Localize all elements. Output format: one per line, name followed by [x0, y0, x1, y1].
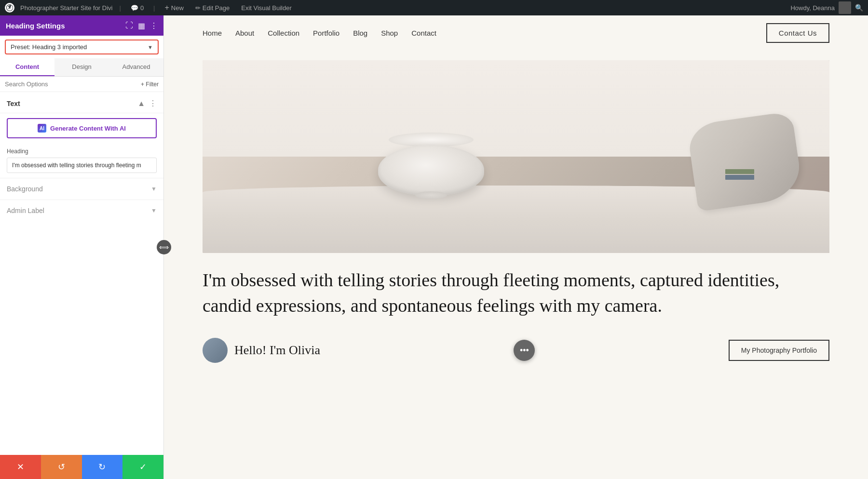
tabs-row: Content Design Advanced	[0, 58, 163, 77]
bottom-preview: Hello! I'm Olivia ••• My Photography Por…	[203, 338, 829, 363]
admin-label-title: Admin Label	[7, 207, 44, 214]
nav-shop[interactable]: Shop	[381, 29, 398, 37]
undo-button[interactable]: ↺	[41, 455, 82, 479]
comments-button[interactable]: 💬 0	[128, 3, 147, 13]
cancel-icon: ✕	[17, 462, 24, 472]
search-icon[interactable]: 🔍	[855, 4, 863, 12]
text-section-header: Text ▲ ⋮	[0, 92, 163, 113]
fullscreen-icon[interactable]: ⛶	[125, 21, 133, 30]
author-name: Hello! I'm Olivia	[234, 343, 320, 358]
author-avatar	[203, 338, 228, 363]
generate-btn-label: Generate Content With AI	[50, 125, 126, 132]
collapse-icon[interactable]: ▲	[137, 99, 145, 108]
book-1	[725, 169, 754, 174]
comment-icon: 💬	[131, 4, 138, 12]
nav-blog[interactable]: Blog	[353, 29, 367, 37]
tab-advanced[interactable]: Advanced	[109, 58, 163, 76]
hero-heading-text: I'm obsessed with telling stories throug…	[203, 267, 829, 319]
cancel-button[interactable]: ✕	[0, 455, 41, 479]
hero-image-container	[203, 60, 829, 253]
tab-content[interactable]: Content	[0, 58, 54, 76]
save-icon: ✓	[139, 462, 147, 472]
admin-label-chevron-icon: ▼	[151, 207, 157, 214]
heading-field-label: Heading	[7, 148, 157, 155]
bowl-body	[378, 145, 484, 195]
nav-portfolio[interactable]: Portfolio	[313, 29, 339, 37]
sidebar: Heading Settings ⛶ ▦ ⋮ Preset: Heading 3…	[0, 15, 164, 479]
howdy-text: Howdy, Deanna	[790, 4, 835, 12]
admin-label-section: Admin Label ▼	[0, 200, 163, 221]
preset-chevron-icon: ▼	[148, 44, 153, 50]
resize-handle[interactable]: ⟺	[157, 240, 171, 254]
nav-about[interactable]: About	[235, 29, 254, 37]
save-button[interactable]: ✓	[122, 455, 163, 479]
background-section: Background ▼	[0, 178, 163, 200]
books-element	[725, 169, 754, 180]
panel-header-icons: ⛶ ▦ ⋮	[125, 21, 158, 30]
bottom-bar: ✕ ↺ ↻ ✓	[0, 455, 163, 479]
comment-count: 0	[140, 4, 144, 12]
panel-header: Heading Settings ⛶ ▦ ⋮	[0, 15, 163, 36]
filter-button[interactable]: + Filter	[141, 81, 159, 88]
text-section-icons[interactable]: ▲ ⋮	[137, 99, 157, 108]
panel-title: Heading Settings	[6, 22, 65, 30]
fab-icon: •••	[520, 346, 529, 356]
more-icon[interactable]: ⋮	[150, 21, 158, 30]
nav-collection[interactable]: Collection	[268, 29, 299, 37]
site-nav: Home About Collection Portfolio Blog Sho…	[164, 15, 868, 51]
user-avatar[interactable]	[839, 1, 851, 14]
exit-builder-button[interactable]: Exit Visual Builder	[238, 3, 295, 13]
main-area: Heading Settings ⛶ ▦ ⋮ Preset: Heading 3…	[0, 15, 868, 479]
hero-image-inner	[203, 60, 829, 253]
search-row: + Filter	[0, 77, 163, 92]
new-button[interactable]: + New	[162, 2, 187, 13]
background-chevron-icon: ▼	[151, 186, 157, 192]
content-area: Home About Collection Portfolio Blog Sho…	[164, 15, 868, 479]
redo-button[interactable]: ↻	[82, 455, 123, 479]
sidebar-inner: Preset: Heading 3 imported ▼ Content Des…	[0, 36, 163, 455]
heading-input[interactable]	[7, 158, 157, 173]
search-options-input[interactable]	[5, 80, 137, 88]
heading-field-group: Heading	[0, 143, 163, 178]
nav-contact[interactable]: Contact	[411, 29, 436, 37]
admin-right: Howdy, Deanna 🔍	[790, 1, 863, 14]
bowl-element	[378, 133, 484, 195]
preset-label: Preset: Heading 3 imported	[11, 43, 87, 51]
ai-icon: AI	[38, 124, 46, 133]
generate-content-button[interactable]: AI Generate Content With AI	[7, 118, 157, 138]
nav-home[interactable]: Home	[203, 29, 222, 37]
edit-page-button[interactable]: ✏ Edit Page	[192, 3, 232, 13]
text-section-title: Text	[7, 100, 20, 107]
book-2	[725, 175, 754, 180]
columns-icon[interactable]: ▦	[138, 21, 145, 30]
redo-icon: ↻	[98, 462, 106, 472]
section-menu-icon[interactable]: ⋮	[149, 99, 157, 108]
background-title: Background	[7, 185, 43, 193]
admin-label-header[interactable]: Admin Label ▼	[0, 200, 163, 221]
wordpress-logo[interactable]	[5, 3, 14, 13]
hero-heading: I'm obsessed with telling stories throug…	[203, 267, 829, 319]
tab-design[interactable]: Design	[54, 58, 109, 76]
contact-us-button[interactable]: Contact Us	[766, 23, 829, 43]
site-name: Photographer Starter Site for Divi	[20, 4, 112, 12]
hero-image	[203, 60, 829, 253]
bowl-base	[415, 191, 447, 199]
nav-links: Home About Collection Portfolio Blog Sho…	[203, 29, 436, 37]
portfolio-button[interactable]: My Photography Portfolio	[729, 340, 829, 361]
admin-bar: Photographer Starter Site for Divi | 💬 0…	[0, 0, 868, 15]
fab-button[interactable]: •••	[514, 340, 535, 361]
background-section-header[interactable]: Background ▼	[0, 178, 163, 200]
preset-bar[interactable]: Preset: Heading 3 imported ▼	[5, 40, 159, 54]
author-section: Hello! I'm Olivia	[203, 338, 320, 363]
undo-icon: ↺	[58, 462, 65, 472]
